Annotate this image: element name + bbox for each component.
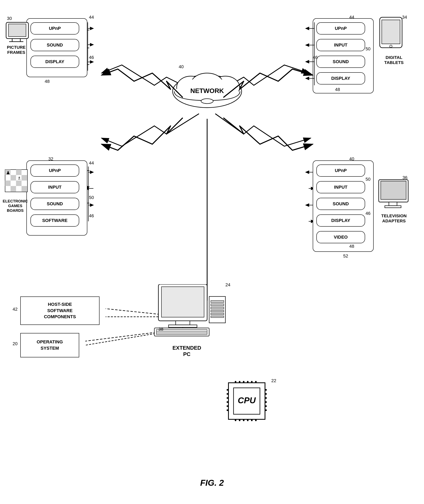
- svg-rect-67: [11, 186, 16, 192]
- ref-52: 52: [343, 253, 348, 259]
- svg-point-115: [265, 401, 267, 403]
- ref-44-dt: 44: [349, 15, 354, 20]
- host-side-software-box: HOST-SIDE SOFTWARE COMPONENTS: [20, 297, 100, 325]
- pill-display-pf: DISPLAY: [31, 56, 79, 68]
- figure-title: FIG. 2: [0, 478, 424, 488]
- ref-22: 22: [271, 378, 276, 383]
- ref-44-pf: 44: [89, 15, 94, 20]
- svg-point-117: [265, 409, 267, 411]
- svg-rect-74: [385, 206, 401, 208]
- label-tv-adapters: TELEVISIONADAPTERS: [378, 213, 410, 223]
- svg-rect-73: [389, 202, 397, 206]
- svg-text:NETWORK: NETWORK: [190, 87, 224, 94]
- ref-50-tv: 50: [366, 177, 370, 182]
- svg-point-94: [235, 381, 236, 383]
- svg-point-97: [247, 381, 249, 383]
- svg-point-106: [227, 389, 228, 391]
- ref-46-dt: 46: [313, 55, 318, 60]
- svg-point-103: [247, 420, 249, 421]
- pill-input-eg: INPUT: [31, 181, 79, 193]
- svg-text:♗: ♗: [17, 176, 21, 181]
- ref-20: 20: [12, 341, 18, 346]
- svg-point-105: [255, 420, 257, 421]
- svg-point-113: [265, 393, 267, 395]
- ref-24: 24: [225, 282, 230, 287]
- pc-illustration: [150, 284, 227, 341]
- operating-system-box: OPERATING SYSTEM: [20, 333, 79, 357]
- pill-display-dt: DISPLAY: [316, 72, 365, 84]
- svg-point-100: [235, 420, 236, 421]
- pill-video-tv: VIDEO: [316, 231, 365, 243]
- svg-rect-87: [156, 329, 207, 335]
- picture-frames-icon: [4, 20, 31, 45]
- pill-software-eg: SOFTWARE: [31, 214, 79, 227]
- network-cloud: NETWORK: [167, 65, 248, 114]
- digital-tablet-icon: [378, 16, 406, 53]
- svg-point-96: [243, 381, 244, 383]
- svg-point-112: [265, 389, 267, 391]
- ref-30: 30: [7, 16, 12, 21]
- svg-point-102: [243, 420, 244, 421]
- ref-34: 34: [402, 15, 407, 20]
- cpu-chip: CPU: [223, 378, 270, 424]
- svg-point-111: [227, 409, 228, 411]
- pill-upnp-eg: UPnP: [31, 164, 79, 177]
- pill-sound-dt: SOUND: [316, 56, 365, 68]
- svg-rect-64: [22, 175, 27, 180]
- svg-rect-62: [16, 169, 22, 175]
- ref-44-eg: 44: [89, 160, 94, 166]
- svg-point-110: [227, 405, 228, 407]
- svg-rect-85: [211, 316, 224, 317]
- svg-text:♟: ♟: [6, 170, 10, 175]
- svg-point-104: [251, 420, 253, 421]
- label-picture-frames: PICTUREFRAMES: [4, 45, 28, 55]
- pill-input-tv: INPUT: [316, 181, 365, 193]
- svg-rect-68: [22, 186, 27, 192]
- svg-point-107: [227, 393, 228, 395]
- svg-point-98: [251, 381, 253, 383]
- svg-point-99: [255, 381, 257, 383]
- ref-36: 36: [402, 175, 407, 180]
- svg-rect-21: [8, 24, 26, 37]
- svg-rect-26: [382, 20, 400, 44]
- pill-upnp-dt: UPnP: [316, 22, 365, 35]
- ref-48-tv: 48: [349, 244, 354, 249]
- pill-sound-tv: SOUND: [316, 198, 365, 210]
- label-egb: ELECTRONICGAMESBOARDS: [2, 199, 28, 213]
- svg-rect-80: [211, 300, 224, 303]
- svg-point-114: [265, 397, 267, 399]
- pill-upnp-pf: UPnP: [31, 22, 79, 35]
- svg-rect-65: [5, 180, 11, 186]
- svg-rect-78: [168, 325, 197, 327]
- ref-46-eg: 46: [89, 213, 94, 218]
- ref-46-tv: 46: [366, 211, 370, 216]
- ref-50-eg: 50: [89, 195, 94, 200]
- ref-32: 32: [48, 156, 53, 162]
- svg-point-101: [239, 420, 240, 421]
- label-extended-pc: EXTENDEDPC: [162, 345, 211, 357]
- svg-text:CPU: CPU: [238, 396, 256, 405]
- pill-upnp-tv: UPnP: [316, 164, 365, 177]
- label-digital-tablets: DIGITALTABLETS: [380, 55, 408, 65]
- pill-sound-eg: SOUND: [31, 198, 79, 210]
- svg-line-5: [85, 333, 158, 345]
- ref-48-dt: 48: [335, 87, 340, 92]
- pill-display-tv: DISPLAY: [316, 214, 365, 227]
- ref-38: 38: [158, 327, 163, 332]
- chess-board-icon: ♟ ♗: [4, 168, 31, 195]
- pill-input-dt: INPUT: [316, 39, 365, 51]
- svg-rect-77: [176, 321, 190, 325]
- svg-rect-81: [211, 304, 224, 306]
- svg-point-109: [227, 401, 228, 403]
- svg-rect-82: [211, 307, 224, 309]
- ref-40-network: 40: [179, 64, 184, 69]
- svg-point-34: [201, 99, 213, 104]
- svg-rect-84: [211, 313, 224, 315]
- ref-48-pf: 48: [45, 79, 50, 84]
- svg-rect-63: [11, 175, 16, 180]
- ref-40-tv: 40: [349, 156, 354, 162]
- svg-point-116: [265, 405, 267, 407]
- ref-50-dt: 50: [366, 46, 370, 52]
- svg-rect-72: [381, 181, 406, 199]
- svg-rect-83: [211, 310, 224, 312]
